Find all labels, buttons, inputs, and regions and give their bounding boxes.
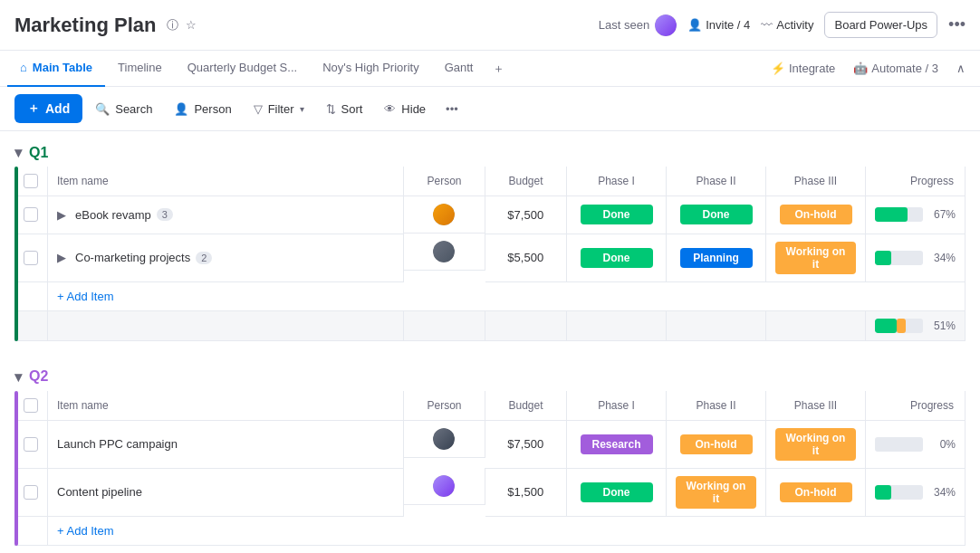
q2-r2-phase3: On-hold (766, 468, 866, 516)
activity-button[interactable]: 〰 Activity (761, 18, 813, 32)
tab-quarterly-budget[interactable]: Quarterly Budget S... (175, 51, 310, 87)
sort-button[interactable]: ⇅ Sort (317, 96, 372, 122)
q1-r1-phase2: Done (667, 196, 766, 234)
q1-sum-p3 (766, 310, 866, 340)
tab-gantt[interactable]: Gantt (432, 51, 486, 87)
search-icon: 🔍 (95, 102, 110, 116)
person-icon: 👤 (174, 102, 188, 116)
q2-th-phase3: Phase III (766, 391, 866, 421)
more-toolbar-button[interactable]: ••• (438, 99, 466, 119)
group-q1: ▾ Q1 Item name Person Budget P (0, 131, 980, 341)
group-q1-label: Q1 (29, 145, 48, 161)
q1-select-all-cb[interactable] (24, 174, 38, 188)
sort-icon: ⇅ (326, 102, 336, 116)
more-options-button[interactable]: ••• (948, 15, 966, 34)
q1-r2-avatar (433, 241, 455, 262)
q2-th-name: Item name (48, 391, 404, 421)
hide-icon: 👁 (384, 102, 396, 116)
q1-summary-progress-bar (875, 319, 923, 333)
q1-r1-name: ▶ eBook revamp 3 💬 (48, 196, 404, 234)
q1-summary-row: 51% (14, 310, 966, 340)
q1-sum-cb (14, 310, 48, 340)
person-button[interactable]: 👤 Person (165, 96, 240, 122)
q1-sum-p1 (567, 310, 667, 340)
collapse-tabs-button[interactable]: ∧ (949, 58, 973, 79)
q2-th-phase2: Phase II (667, 391, 766, 421)
q1-r1-phase1: Done (567, 196, 667, 234)
header-right: Last seen 👤 Invite / 4 〰 Activity Board … (599, 12, 966, 38)
q2-r2-phase2: Working on it (667, 468, 766, 516)
board-powerups-button[interactable]: Board Power-Ups (824, 12, 937, 38)
q1-th-name: Item name (48, 167, 404, 196)
q2-r2-checkbox[interactable] (24, 485, 38, 500)
q2-th-cb (14, 391, 48, 421)
automate-button[interactable]: 🤖 Automate / 3 (846, 58, 946, 79)
q2-r1-checkbox[interactable] (24, 437, 38, 452)
q2-r1-phase1: Research (567, 420, 667, 468)
table-row: ▶ eBook revamp 3 💬 $7,500 (14, 196, 966, 234)
q1-add-item-cell[interactable]: + Add Item (48, 281, 966, 310)
q2-r1-progress: 0% (866, 420, 966, 468)
group-q1-toggle[interactable]: ▾ (14, 144, 22, 161)
hide-button[interactable]: 👁 Hide (375, 96, 435, 122)
q2-r1-avatar (433, 428, 455, 450)
q2-r1-phase3: Working on it (766, 420, 866, 468)
group-q2-table: Item name Person Budget Phase I Phase II… (14, 391, 966, 546)
q1-r2-progress-fill (875, 251, 891, 265)
group-q2-label: Q2 (29, 368, 48, 385)
q2-add-item-cell[interactable]: + Add Item (48, 516, 966, 545)
q1-r1-progress-fill (875, 207, 908, 222)
q1-add-cb-cell (14, 281, 48, 310)
tabs-bar: ⌂ Main Table Timeline Quarterly Budget S… (0, 51, 980, 87)
q2-r2-cb (14, 468, 48, 516)
q2-th-progress: Progress (866, 391, 966, 421)
table-row: Content pipeline 💬 $1,500 Done Working o… (14, 468, 966, 516)
q1-r2-checkbox[interactable] (24, 251, 38, 265)
q1-r1-checkbox[interactable] (24, 207, 38, 222)
group-q1-header: ▾ Q1 (14, 131, 48, 167)
q1-r1-person (404, 196, 485, 234)
integrate-button[interactable]: ⚡ Integrate (764, 58, 842, 79)
tab-timeline[interactable]: Timeline (105, 51, 175, 87)
q1-r1-expand[interactable]: ▶ (57, 208, 66, 222)
q1-r1-progress-bar (875, 207, 923, 222)
q1-r2-phase2: Planning (667, 234, 766, 281)
group-q1-table-wrap: Item name Person Budget Phase I Phase II… (0, 167, 980, 341)
q1-sum-person (404, 310, 485, 340)
group-q2-header: ▾ Q2 (14, 356, 48, 391)
add-button[interactable]: ＋ Add (14, 94, 82, 123)
q1-th-progress: Progress (866, 167, 966, 196)
q2-add-item-row[interactable]: + Add Item (14, 516, 966, 545)
home-icon: ⌂ (20, 61, 27, 74)
q1-r1-budget: $7,500 (485, 196, 567, 234)
q1-r2-person (404, 234, 485, 271)
info-icon[interactable]: ⓘ (167, 17, 178, 33)
filter-chevron: ▾ (300, 104, 304, 114)
group-q2-toggle[interactable]: ▾ (14, 368, 22, 386)
tab-noy-priority[interactable]: Noy's High Priority (310, 51, 432, 87)
q2-select-all-cb[interactable] (24, 398, 38, 413)
top-header: Marketing Plan ⓘ ☆ Last seen 👤 Invite / … (0, 0, 980, 51)
q1-r2-budget: $5,500 (485, 234, 567, 281)
filter-icon: ▽ (254, 102, 263, 116)
q1-r2-expand[interactable]: ▶ (57, 251, 66, 264)
q2-r2-budget: $1,500 (485, 468, 567, 516)
header-info-icons: ⓘ ☆ (167, 17, 197, 33)
q2-r2-progress-bar (875, 485, 923, 500)
q2-add-cb-cell (14, 516, 48, 545)
q2-r1-cb (14, 420, 48, 468)
group-q2-left-bar (14, 391, 18, 546)
invite-button[interactable]: 👤 Invite / 4 (687, 18, 750, 32)
content-area: ▾ Q1 Item name Person Budget P (0, 131, 980, 546)
q2-r2-name: Content pipeline 💬 (48, 468, 404, 516)
add-tab-button[interactable]: ＋ (485, 61, 512, 77)
star-icon[interactable]: ☆ (186, 18, 197, 32)
q1-r2-progress: 34% (866, 234, 966, 281)
q2-r1-name: Launch PPC campaign 💬 (48, 420, 404, 468)
q2-th-person: Person (404, 391, 485, 421)
filter-button[interactable]: ▽ Filter ▾ (245, 96, 313, 122)
tab-main-table[interactable]: ⌂ Main Table (7, 51, 105, 87)
search-button[interactable]: 🔍 Search (86, 96, 161, 122)
q1-add-item-row[interactable]: + Add Item (14, 281, 966, 310)
group-q2: ▾ Q2 Item name Person Budget P (0, 356, 980, 546)
